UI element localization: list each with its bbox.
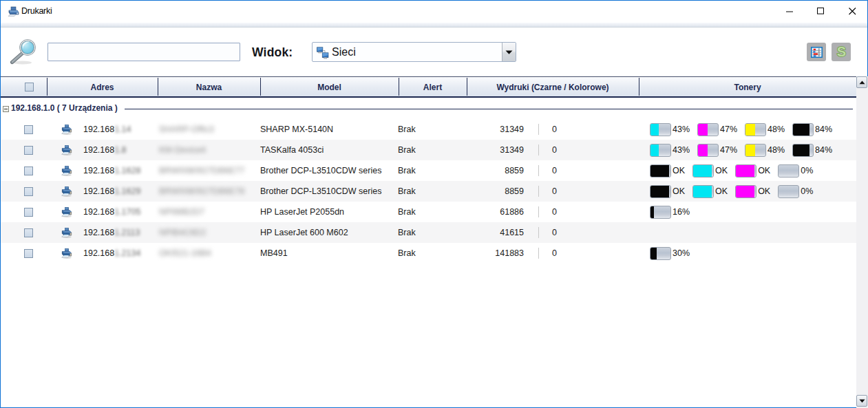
svg-text:S: S (837, 44, 846, 59)
